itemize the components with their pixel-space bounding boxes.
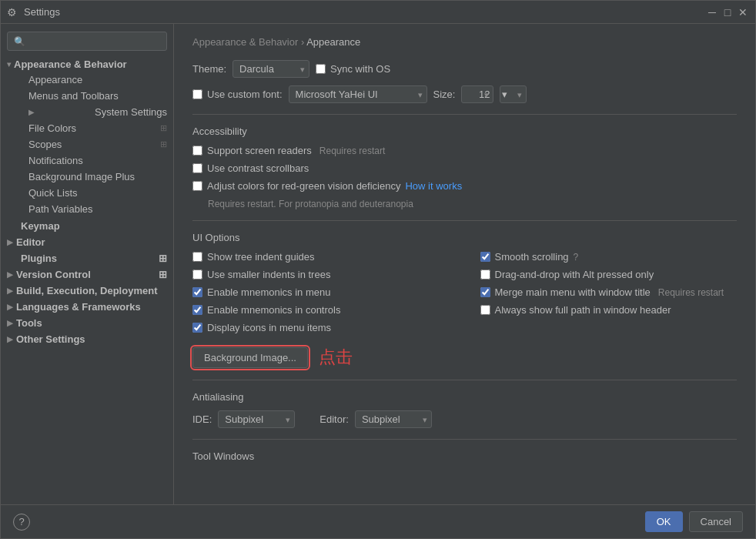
sidebar-item-editor[interactable]: ▶ Editor	[1, 233, 173, 249]
sync-with-os-checkbox[interactable]	[316, 64, 326, 74]
theme-dropdown[interactable]: Darcula	[232, 60, 309, 78]
ide-antialiasing-wrap: Subpixel None Greyscale	[218, 410, 295, 428]
sidebar-item-label: Path Variables	[28, 203, 93, 215]
custom-font-text: Use custom font:	[207, 89, 283, 100]
ext-icon: ⊞	[160, 139, 167, 149]
sidebar-item-label: Languages & Frameworks	[16, 301, 141, 313]
sidebar-item-path-variables[interactable]: Path Variables	[1, 201, 173, 217]
requires-restart-1: Requires restart	[319, 146, 385, 156]
sidebar-item-label: Keymap	[21, 220, 60, 232]
sidebar-item-quick-lists[interactable]: Quick Lists	[1, 185, 173, 201]
drag-drop-label: Drag-and-drop with Alt pressed only	[495, 269, 654, 280]
sidebar-item-languages[interactable]: ▶ Languages & Frameworks	[1, 298, 173, 314]
chevron-right-icon: ▶	[7, 335, 13, 343]
contrast-scrollbars-checkbox[interactable]	[192, 163, 202, 173]
drag-drop-checkbox[interactable]	[480, 270, 490, 280]
custom-font-checkbox[interactable]	[192, 89, 202, 99]
theme-label: Theme:	[192, 63, 226, 75]
titlebar: ⚙ Settings ─ □ ✕	[1, 1, 755, 24]
support-screen-readers-checkbox[interactable]	[192, 146, 202, 156]
search-input[interactable]	[28, 35, 160, 47]
display-icons-row: Display icons in menu items	[192, 322, 450, 333]
cancel-button[interactable]: Cancel	[689, 511, 743, 532]
sidebar-item-label: Version Control	[16, 269, 91, 280]
separator-1	[192, 114, 737, 115]
sidebar-item-keymap[interactable]: Keymap	[1, 217, 173, 233]
adjust-colors-checkbox[interactable]	[192, 181, 202, 191]
chevron-right-icon: ▶	[7, 319, 13, 327]
sidebar-group-appearance-behavior[interactable]: ▾ Appearance & Behavior	[1, 55, 173, 72]
sidebar-item-scopes[interactable]: Scopes ⊞	[1, 136, 173, 152]
editor-antialiasing-dropdown[interactable]: Subpixel None Greyscale	[355, 410, 432, 428]
breadcrumb-parent: Appearance & Behavior	[192, 36, 298, 48]
minimize-button[interactable]: ─	[706, 6, 718, 18]
search-icon: 🔍	[14, 36, 25, 47]
smooth-scrolling-help-icon[interactable]: ?	[574, 252, 579, 263]
sync-with-os-text: Sync with OS	[330, 63, 390, 75]
how-it-works-link[interactable]: How it works	[405, 180, 462, 192]
sidebar-item-label: File Colors	[28, 122, 76, 134]
sidebar-item-tools[interactable]: ▶ Tools	[1, 314, 173, 330]
font-size-dropdown-wrap: ▾	[500, 85, 527, 103]
custom-font-label[interactable]: Use custom font:	[192, 89, 283, 100]
sidebar-item-appearance[interactable]: Appearance	[1, 72, 173, 88]
font-size-dropdown[interactable]: ▾	[500, 85, 527, 103]
sidebar-item-plugins[interactable]: Plugins ⊞	[1, 249, 173, 266]
merge-main-menu-checkbox[interactable]	[480, 287, 490, 297]
separator-4	[192, 439, 737, 440]
maximize-button[interactable]: □	[721, 6, 734, 18]
font-row: Use custom font: Microsoft YaHei UI Size…	[192, 85, 737, 103]
sidebar-item-label: Quick Lists	[28, 187, 78, 199]
sidebar-item-label: Tools	[16, 317, 42, 329]
full-path-checkbox[interactable]	[480, 305, 490, 315]
contrast-scrollbars-row: Use contrast scrollbars	[192, 162, 737, 174]
search-box[interactable]: 🔍	[7, 32, 167, 51]
sidebar-item-label: Notifications	[28, 155, 83, 166]
sidebar-item-version-control[interactable]: ▶ Version Control ⊞	[1, 266, 173, 282]
tool-windows-title: Tool Windows	[192, 450, 737, 462]
accessibility-title: Accessibility	[192, 126, 737, 137]
font-dropdown[interactable]: Microsoft YaHei UI	[289, 85, 427, 103]
sidebar-item-other-settings[interactable]: ▶ Other Settings	[1, 330, 173, 346]
merge-main-menu-label: Merge main menu with window title	[495, 286, 651, 298]
enable-mnemonics-menu-checkbox[interactable]	[192, 287, 202, 297]
close-button[interactable]: ✕	[737, 6, 749, 18]
window-title: Settings	[24, 6, 706, 18]
sidebar-item-label: Appearance	[28, 74, 82, 85]
sidebar-item-notifications[interactable]: Notifications	[1, 152, 173, 169]
full-path-label: Always show full path in window header	[495, 304, 671, 316]
ext-icon: ⊞	[159, 253, 167, 264]
show-tree-indent-checkbox[interactable]	[192, 252, 202, 262]
enable-mnemonics-menu-label: Enable mnemonics in menu	[207, 286, 330, 298]
show-tree-indent-row: Show tree indent guides	[192, 251, 450, 263]
font-size-wrap	[461, 85, 493, 103]
sidebar-item-background-image-plus[interactable]: Background Image Plus	[1, 169, 173, 185]
sidebar-item-label: Scopes	[28, 139, 62, 150]
display-icons-checkbox[interactable]	[192, 323, 202, 333]
size-label: Size:	[433, 89, 456, 100]
help-button[interactable]: ?	[13, 514, 30, 531]
enable-mnemonics-controls-row: Enable mnemonics in controls	[192, 304, 450, 316]
sidebar-item-menus-toolbars[interactable]: Menus and Toolbars	[1, 88, 173, 104]
enable-mnemonics-controls-checkbox[interactable]	[192, 305, 202, 315]
settings-icon: ⚙	[7, 6, 19, 18]
ide-antialiasing-dropdown[interactable]: Subpixel None Greyscale	[218, 410, 295, 428]
sidebar-item-build[interactable]: ▶ Build, Execution, Deployment	[1, 282, 173, 298]
adjust-colors-subnote: Requires restart. For protanopia and deu…	[208, 199, 413, 209]
font-size-input[interactable]	[461, 85, 493, 103]
sidebar-item-system-settings[interactable]: ▶ System Settings	[1, 104, 173, 120]
sidebar-item-file-colors[interactable]: File Colors ⊞	[1, 120, 173, 136]
smooth-scrolling-checkbox[interactable]	[480, 252, 490, 262]
sidebar: 🔍 ▾ Appearance & Behavior Appearance Men…	[1, 24, 174, 504]
ok-button[interactable]: OK	[645, 511, 683, 532]
enable-mnemonics-controls-label: Enable mnemonics in controls	[207, 304, 340, 316]
main-content: Appearance & Behavior › Appearance Theme…	[174, 24, 755, 504]
background-image-row: Background Image... 点击	[192, 346, 737, 369]
sync-with-os-label[interactable]: Sync with OS	[316, 63, 390, 75]
smaller-indents-checkbox[interactable]	[192, 270, 202, 280]
window-controls: ─ □ ✕	[706, 6, 749, 18]
background-image-button[interactable]: Background Image...	[192, 347, 308, 368]
ui-options-right-col: Smooth scrolling ? Drag-and-drop with Al…	[480, 251, 738, 340]
sidebar-group-label: Appearance & Behavior	[14, 59, 127, 70]
chevron-down-icon: ▾	[7, 60, 11, 69]
